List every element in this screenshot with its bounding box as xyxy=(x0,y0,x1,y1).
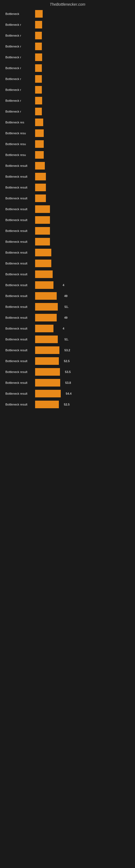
bar-label: Bottleneck result xyxy=(5,175,35,178)
bar-row: Bottleneck r xyxy=(5,20,130,30)
bar-row: Bottleneck result xyxy=(5,258,130,269)
bar-label: Bottleneck r xyxy=(5,23,35,26)
bar-wrapper: 4 xyxy=(35,280,130,290)
bar xyxy=(35,54,42,61)
bar-row: Bottleneck result53.5 xyxy=(5,367,130,377)
bar-wrapper xyxy=(35,128,130,138)
bar-wrapper: 52.5 xyxy=(35,356,130,366)
bar-row: Bottleneck resu xyxy=(5,139,130,149)
bar-value: 51. xyxy=(64,338,69,341)
bar xyxy=(35,249,51,256)
bar-row: Bottleneck result xyxy=(5,161,130,171)
bar-row: Bottleneck result49 xyxy=(5,291,130,301)
bar xyxy=(35,42,42,50)
bar-wrapper xyxy=(35,226,130,236)
bar xyxy=(35,194,46,202)
bar-wrapper xyxy=(35,161,130,171)
bar-row: Bottleneck r xyxy=(5,63,130,73)
bar-label: Bottleneck result xyxy=(5,381,35,384)
bar: 51. xyxy=(35,336,58,343)
bar-wrapper xyxy=(35,193,130,204)
bar xyxy=(35,32,42,39)
bar-label: Bottleneck r xyxy=(5,110,35,113)
bar-wrapper xyxy=(35,85,130,95)
bar xyxy=(35,108,42,115)
bar-label: Bottleneck resu xyxy=(5,143,35,146)
bar-wrapper xyxy=(35,20,130,30)
bar-wrapper xyxy=(35,95,130,106)
bar xyxy=(35,21,42,29)
bar-wrapper xyxy=(35,172,130,182)
bar xyxy=(35,184,46,191)
bar-row: Bottleneck result52.5 xyxy=(5,356,130,366)
bar-wrapper xyxy=(35,182,130,193)
bar-label: Bottleneck result xyxy=(5,283,35,287)
chart-container: BottleneckBottleneck rBottleneck rBottle… xyxy=(0,9,135,413)
bar: 53.5 xyxy=(35,368,60,376)
bar-row: Bottleneck r xyxy=(5,95,130,106)
bar-label: Bottleneck result xyxy=(5,348,35,352)
bar xyxy=(35,129,44,137)
bar xyxy=(35,97,42,104)
bar-label: Bottleneck result xyxy=(5,251,35,254)
bar-wrapper xyxy=(35,139,130,149)
bar-row: Bottleneck r xyxy=(5,85,130,95)
bar-row: Bottleneck result51. xyxy=(5,302,130,312)
bar-label: Bottleneck resu xyxy=(5,153,35,156)
bar-label: Bottleneck result xyxy=(5,294,35,298)
bar xyxy=(35,75,42,83)
bar-value: 51. xyxy=(64,305,69,308)
bar-wrapper xyxy=(35,41,130,52)
bar: 52.5 xyxy=(35,401,59,408)
bar xyxy=(35,205,50,213)
bar: 52.5 xyxy=(35,357,59,365)
bar-row: Bottleneck result xyxy=(5,237,130,247)
bar: 53.8 xyxy=(35,379,60,386)
bar-row: Bottleneck result xyxy=(5,172,130,182)
bar-value: 53.5 xyxy=(65,370,71,373)
bar-value: 49 xyxy=(64,294,68,298)
bar-wrapper xyxy=(35,269,130,279)
bar-wrapper xyxy=(35,258,130,269)
bar xyxy=(35,151,44,159)
bar-wrapper: 51. xyxy=(35,334,130,344)
bar-label: Bottleneck res xyxy=(5,121,35,124)
bar-label: Bottleneck result xyxy=(5,208,35,211)
bar-row: Bottleneck resu xyxy=(5,150,130,160)
bar-wrapper xyxy=(35,30,130,41)
bar-label: Bottleneck result xyxy=(5,186,35,189)
bar xyxy=(35,173,46,180)
bar-label: Bottleneck result xyxy=(5,273,35,276)
bar xyxy=(35,162,45,169)
bar-label: Bottleneck r xyxy=(5,45,35,48)
bar-label: Bottleneck result xyxy=(5,164,35,167)
bar-wrapper: 53.2 xyxy=(35,345,130,355)
bar-wrapper xyxy=(35,74,130,84)
bar-row: Bottleneck resu xyxy=(5,128,130,138)
bar-row: Bottleneck result52.5 xyxy=(5,399,130,410)
bar-wrapper xyxy=(35,52,130,62)
bar-row: Bottleneck result53.8 xyxy=(5,378,130,388)
bar xyxy=(35,259,51,267)
bar-label: Bottleneck result xyxy=(5,316,35,319)
bar-row: Bottleneck result51. xyxy=(5,334,130,344)
bar-wrapper xyxy=(35,204,130,214)
bar-wrapper xyxy=(35,215,130,225)
site-title: TheBottlenecker.com xyxy=(0,0,135,9)
bar-wrapper xyxy=(35,106,130,117)
bar-row: Bottleneck result xyxy=(5,247,130,258)
bar xyxy=(35,227,50,235)
bar-value: 4 xyxy=(63,283,64,287)
bar-label: Bottleneck r xyxy=(5,66,35,70)
bar-row: Bottleneck result xyxy=(5,226,130,236)
bar-row: Bottleneck result4 xyxy=(5,280,130,290)
bar-label: Bottleneck result xyxy=(5,305,35,308)
bar-wrapper: 49 xyxy=(35,312,130,323)
bar-row: Bottleneck result xyxy=(5,269,130,279)
bar-value: 53.8 xyxy=(65,381,71,384)
bar-label: Bottleneck result xyxy=(5,370,35,373)
bar-value: 52.5 xyxy=(64,360,70,363)
bar-label: Bottleneck result xyxy=(5,262,35,265)
bar-wrapper xyxy=(35,63,130,73)
bar-wrapper xyxy=(35,9,130,19)
